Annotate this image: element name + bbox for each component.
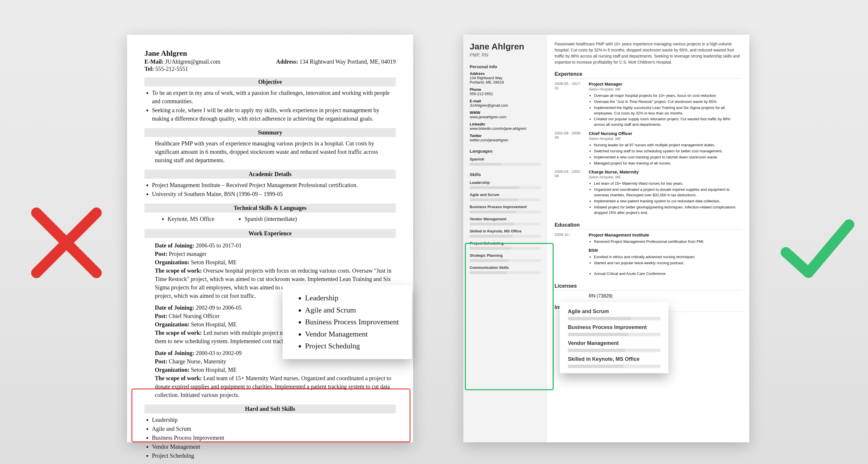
list-item: To be an expert in my area of work, with…	[152, 89, 396, 106]
skills-list: LeadershipAgile and ScrumBusiness Proces…	[152, 416, 396, 460]
job-entry: 2000-03 - 2002-09Charge Nurse, Maternity…	[555, 169, 742, 216]
job-bullet: Implemented a new patient tracking syste…	[594, 199, 742, 204]
info-item: Address134 Rightward WayPortland, ME, 04…	[470, 71, 541, 84]
skill-item: Agile and Scrum	[470, 193, 541, 197]
skills-popup-left: LeadershipAgile and ScrumBusiness Proces…	[282, 285, 412, 359]
skill-item: Project Scheduling	[470, 241, 541, 245]
profile-text: Passionate healthcare PMP with 10+ years…	[555, 41, 742, 65]
skill-meter	[470, 259, 541, 262]
list-item: University of Southern Maine, BSN (1996-…	[152, 190, 396, 198]
skills-popup-right: Agile and ScrumBusiness Process Improvem…	[560, 302, 669, 373]
skill-meter	[470, 210, 541, 213]
edu-title: Project Management Institute	[589, 232, 742, 237]
skill-item: Skilled in Keynote, MS Office	[470, 229, 541, 233]
edu-dates	[555, 248, 584, 266]
list-item: Spanish (intermediate)	[244, 215, 297, 223]
experience-heading: Experience	[555, 71, 742, 79]
skills-heading: Skills	[470, 172, 541, 177]
sidebar: Jane Ahlgren PMP, RN Personal Info Addre…	[463, 35, 547, 442]
job-title: Charge Nurse, Maternity	[589, 169, 742, 174]
popup-skill: Skilled in Keynote, MS Office	[568, 356, 660, 362]
popup-skill-meter	[568, 317, 660, 320]
education-heading: Education	[555, 222, 742, 230]
skill-meter	[470, 235, 541, 238]
academic-heading: Academic Details	[145, 170, 396, 179]
job-org: Seton Hospital, ME	[589, 175, 742, 179]
job-bullet: Oversaw the "Just in Time Restock" proje…	[594, 99, 742, 105]
licenses-text: RN (73829)	[589, 293, 742, 299]
skill-meter	[470, 271, 541, 274]
job-bullet: Created our popular supply room relocati…	[594, 117, 742, 127]
popup-item: Project Schedulng	[305, 340, 399, 352]
job-entry: 2006-05 - 2017-01Project ManagerSeton Ho…	[555, 82, 742, 128]
work-heading: Work Experience	[145, 229, 396, 238]
skill-meter	[470, 198, 541, 201]
edu-entry: 2008-10 -Project Management InstituteRec…	[555, 232, 742, 245]
info-item: Phone555-212-5551	[470, 87, 541, 96]
edu-bullet: Received Project Management Professional…	[594, 239, 742, 244]
job-title: Project Manager	[589, 82, 742, 86]
popup-skill-meter	[568, 349, 660, 352]
edu-bullet: Started and ran popular twice-weekly nur…	[594, 260, 742, 266]
job-dates: 2006-05 - 2017-01	[555, 82, 584, 128]
language-item: Spanish	[470, 157, 541, 161]
list-item: Leadership	[152, 416, 396, 424]
popup-skill: Agile and Scrum	[568, 309, 660, 315]
skill-item: Strategic Planning	[470, 253, 541, 258]
popup-item: Leadership	[305, 292, 399, 304]
main-column: Passionate healthcare PMP with 10+ years…	[547, 35, 749, 442]
comparison-canvas: Jane Ahlgren E-Mail: JUAhlgren@gmail.com…	[0, 0, 868, 464]
skill-meter	[470, 247, 541, 250]
job-bullet: Implemented the highly successful Lean T…	[594, 105, 742, 116]
licenses-heading: Licenses	[555, 283, 742, 291]
job-dates: 2000-03 - 2002-09	[555, 169, 584, 216]
tech-heading: Technical Skills & Languages	[145, 204, 396, 212]
resume-bad: Jane Ahlgren E-Mail: JUAhlgren@gmail.com…	[127, 35, 413, 442]
list-item: Agile and Scrum	[152, 425, 396, 433]
skill-item: Vendor Management	[470, 217, 541, 221]
left-email: E-Mail: JUAhlgren@gmail.com	[145, 58, 220, 65]
edu-title: BSN	[589, 248, 742, 253]
languages-heading: Languages	[470, 149, 541, 153]
resume-good: Jane Ahlgren PMP, RN Personal Info Addre…	[463, 35, 749, 442]
job-bullet: Nursing leader for all 87 nurses with mu…	[594, 143, 742, 148]
info-item: E-mailJUAhlgren@gmail.com	[470, 99, 541, 108]
skill-meter	[470, 223, 541, 226]
popup-skill: Business Process Improvement	[568, 324, 660, 330]
list-item: Vendor Management	[152, 443, 396, 451]
job-entry: 2002-09 - 2006-05Chief Nursing OfficerSe…	[555, 131, 742, 167]
tech-cols: Keynote, MS Office Spanish (intermediate…	[155, 212, 396, 224]
info-item: LinkedInwww.linkedin.com/in/jane-ahlgren…	[470, 122, 541, 131]
job-bullet: Managed project for lean training of all…	[594, 161, 742, 166]
popup-item: Business Process Improvement	[305, 316, 399, 328]
job-title: Chief Nursing Officer	[589, 131, 742, 136]
job-bullet: Oversaw all major hospital projects for …	[594, 93, 742, 98]
list-item: Project Management Institute – Received …	[152, 181, 396, 190]
job-bullet: Organized and coordinated a project to d…	[594, 187, 742, 198]
popup-item: Vendor Management	[305, 328, 399, 340]
x-icon	[29, 205, 104, 281]
left-name: Jane Ahlgren	[145, 49, 396, 58]
popup-skill-meter	[568, 365, 660, 368]
personal-info-heading: Personal Info	[470, 64, 541, 69]
job-bullet: Initiated project for better gloving/gow…	[594, 205, 742, 216]
info-item: WWWwww.janeahlgren.com	[470, 110, 541, 119]
conference-line: Annual Critical and Acute Care Conferenc…	[594, 271, 742, 277]
right-name: Jane Ahlgren	[470, 41, 541, 52]
job-dates: 2002-09 - 2006-05	[555, 131, 584, 167]
edu-dates: 2008-10 -	[555, 232, 584, 245]
right-cred: PMP, RN	[470, 53, 541, 58]
objective-list: To be an expert in my area of work, with…	[152, 89, 396, 123]
language-meter	[470, 163, 541, 166]
academic-list: Project Management Institute – Received …	[152, 181, 396, 198]
summary-heading: Summary	[145, 128, 396, 137]
list-item: Project Schedulng	[152, 452, 396, 460]
summary-text: Healthcare PMP with years of experience …	[155, 139, 396, 165]
job-bullet: Led team of 15+ Maternity Ward nurses fo…	[594, 181, 742, 186]
check-icon	[780, 211, 855, 286]
job-bullet: Switched nursing staff to new scheduling…	[594, 149, 742, 154]
job-bullet: Implemented a new cost tracking project …	[594, 155, 742, 160]
skill-item: Business Process Improvement	[470, 205, 541, 209]
left-address: Address: 134 Rightward Way Portland, ME,…	[276, 58, 396, 65]
info-item: Twittertwitter.com/janeahlgren	[470, 134, 541, 142]
